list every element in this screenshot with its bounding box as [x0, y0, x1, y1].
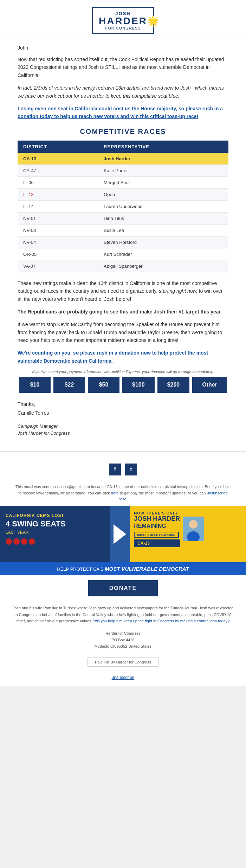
- section-title: COMPETITIVE RACES: [18, 128, 228, 136]
- banner-left-title: CALIFORNIA DEMS LOST: [6, 513, 104, 518]
- address-line-3: Modesto CA 95352 United States: [0, 643, 246, 650]
- body-para-5: If we want to stop Kevin McCarthy from b…: [18, 320, 228, 344]
- table-row-representative: Merged Seat: [98, 176, 228, 188]
- col-representative: REPRESENTATIVE: [98, 141, 228, 153]
- paid-for-box: Paid For By Harder for Congress: [88, 658, 158, 667]
- body-para-italic: In fact, 2/3rds of voters in the newly r…: [18, 84, 228, 100]
- table-row-district: CA-13: [18, 153, 98, 165]
- table-row-district: IL-13: [18, 188, 98, 200]
- ca-13-badge: CA-13: [134, 539, 180, 547]
- banner-remaining: REMAINING: [134, 523, 180, 529]
- banner-right-now: NOW THERE'S ONLY: [134, 511, 180, 515]
- bottom-banner: HELP PROTECT CA'S MOST VULNERABLE DEMOCR…: [0, 562, 246, 575]
- table-row-district: NV-04: [18, 236, 98, 248]
- donate-10-button[interactable]: $10: [19, 377, 51, 393]
- donate-50-button[interactable]: $50: [88, 377, 119, 393]
- logo-box: JOSH HARDER FOR CONGRESS 🌟: [92, 7, 154, 34]
- signature: Thanks, Camille Torres: [18, 400, 228, 417]
- email-header: JOSH HARDER FOR CONGRESS 🌟: [0, 0, 246, 38]
- donation-buttons-container: $10 $22 $50 $100 $200 Other: [18, 377, 228, 393]
- donation-note: If you've saved your payment information…: [18, 370, 228, 374]
- table-row-representative: Kurt Schrader: [98, 248, 228, 260]
- table-row-district: OR-05: [18, 248, 98, 260]
- donate-200-button[interactable]: $200: [157, 377, 190, 393]
- donate-section: DONATE: [0, 575, 246, 601]
- body-para-1: Now that redistricting has sorted itself…: [18, 56, 228, 79]
- body-para-4: The Republicans are probably going to se…: [18, 308, 228, 316]
- table-row-representative: Steven Horsford: [98, 236, 228, 248]
- ca-icon: 🌟: [147, 15, 159, 26]
- address-line-2: PO Box 4426: [0, 637, 246, 643]
- banner-left-big: 4 SWING SEATS: [6, 519, 104, 529]
- banner-bold-text: MOST VULNERABLE DEMOCRAT: [105, 566, 189, 572]
- donate-22-button[interactable]: $22: [53, 377, 85, 393]
- col-district: DISTRICT: [18, 141, 98, 153]
- table-row-representative: Dina Titus: [98, 212, 228, 224]
- paid-for-wrapper: Paid For By Harder for Congress: [0, 654, 246, 670]
- sign-off: Thanks,: [18, 401, 35, 407]
- table-row-representative: Josh Harder: [98, 153, 228, 165]
- svg-point-1: [189, 520, 198, 529]
- donation-link-1: Losing even one seat in California could…: [18, 105, 228, 121]
- logo-harder: HARDER: [99, 16, 147, 26]
- banner-left: CALIFORNIA DEMS LOST 4 SWING SEATS LAST …: [0, 506, 110, 562]
- dot-4: [29, 538, 35, 545]
- table-row-representative: Open: [98, 188, 228, 200]
- table-row-district: NV-01: [18, 212, 98, 224]
- banner-left-sub: LAST YEAR: [6, 530, 104, 535]
- twitter-icon[interactable]: t: [125, 464, 137, 475]
- greeting: John,: [18, 45, 228, 51]
- table-row-district: IL-14: [18, 200, 98, 212]
- people-powered-badge: 100% PEOPLE POWERED!: [134, 532, 179, 538]
- table-row-representative: Susie Lee: [98, 224, 228, 236]
- dot-2: [13, 538, 20, 545]
- table-row-representative: Lauren Underwood: [98, 200, 228, 212]
- email-body: John, Now that redistricting has sorted …: [0, 38, 246, 444]
- dot-1: [6, 538, 12, 545]
- donate-other-button[interactable]: Other: [192, 377, 227, 393]
- address-section: Harder for Congress PO Box 4426 Modesto …: [0, 628, 246, 652]
- disclaimer-text: Josh and his wife Pam live in Turlock wh…: [0, 601, 246, 628]
- table-row-representative: Katie Porter: [98, 164, 228, 176]
- table-row-district: CA-47: [18, 164, 98, 176]
- banner-right-name-big: JOSH HARDER: [134, 515, 180, 523]
- unsubscribe-section: unsubscribe: [0, 672, 246, 686]
- table-row-district: IL-06: [18, 176, 98, 188]
- banner-right-content: NOW THERE'S ONLY JOSH HARDER REMAINING 1…: [134, 511, 204, 547]
- arrow-icon: [114, 524, 126, 544]
- social-section: f t: [0, 459, 246, 480]
- donate-100-button[interactable]: $100: [122, 377, 155, 393]
- campaign-banner: CALIFORNIA DEMS LOST 4 SWING SEATS LAST …: [0, 506, 246, 562]
- josh-photo: [183, 517, 204, 541]
- table-row-district: NV-03: [18, 224, 98, 236]
- banner-right: NOW THERE'S ONLY JOSH HARDER REMAINING 1…: [130, 506, 246, 562]
- banner-right-text: NOW THERE'S ONLY JOSH HARDER REMAINING 1…: [134, 511, 180, 547]
- banner-normal-text: HELP PROTECT CA'S: [57, 566, 105, 572]
- body-para-3: These new ratings make it clear: the 13t…: [18, 279, 228, 303]
- table-row-district: VA-07: [18, 260, 98, 272]
- donation-link-anchor-1[interactable]: Losing even one seat in California could…: [18, 106, 223, 119]
- signer-name: Camille Torres: [18, 410, 49, 416]
- footer-note: This email was sent to xxxxxxx@gmail.com…: [0, 480, 246, 506]
- banner-arrow: [110, 506, 130, 562]
- dot-3: [21, 538, 27, 545]
- logo-congress: FOR CONGRESS: [99, 26, 147, 30]
- signature-title: Campaign Manager Josh Harder for Congres…: [18, 423, 228, 438]
- races-table: DISTRICT REPRESENTATIVE CA-13Josh Harder…: [18, 141, 228, 272]
- footer-unsubscribe-link[interactable]: unsubscribe here.: [118, 491, 227, 501]
- person-svg: [183, 517, 204, 541]
- footer-here-link[interactable]: here: [111, 491, 119, 495]
- unsubscribe-link[interactable]: unsubscribe: [112, 675, 135, 680]
- divider-1: [0, 451, 246, 452]
- facebook-icon[interactable]: f: [109, 464, 121, 475]
- ca-map-dots: [6, 538, 104, 545]
- table-row-representative: Abigail Spanberger: [98, 260, 228, 272]
- donation-link-anchor-2[interactable]: We're counting on you, so please rush in…: [18, 350, 208, 363]
- email-wrapper: JOSH HARDER FOR CONGRESS 🌟 John, Now tha…: [0, 0, 246, 686]
- donation-link-2: We're counting on you, so please rush in…: [18, 349, 228, 365]
- donate-button[interactable]: DONATE: [88, 580, 158, 596]
- disclaimer-link[interactable]: Will you help him keep up the fight in C…: [93, 619, 230, 623]
- address-line-1: Harder for Congress: [0, 630, 246, 637]
